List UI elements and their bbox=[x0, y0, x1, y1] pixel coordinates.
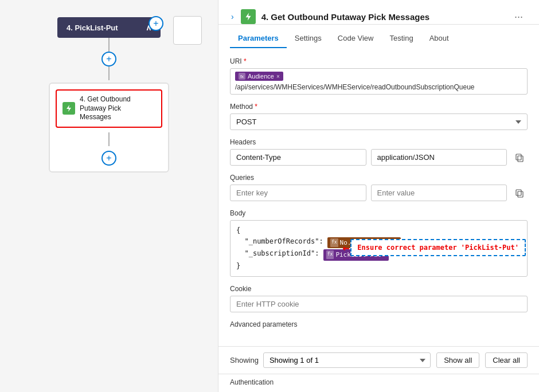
cookie-label: Cookie bbox=[230, 285, 528, 293]
auth-section: Authentication bbox=[218, 374, 539, 392]
queries-row bbox=[230, 185, 528, 201]
connector-line-3 bbox=[108, 132, 110, 146]
svg-marker-0 bbox=[67, 105, 71, 112]
clear-all-button[interactable]: Clear all bbox=[485, 352, 528, 368]
uri-field-group: URI * fx Audience × /api/services/WMHESe… bbox=[230, 57, 528, 95]
headers-row bbox=[230, 149, 528, 166]
action-label: 4. Get Outbound Putaway Pick Messages bbox=[80, 95, 131, 122]
audience-token[interactable]: fx Audience × bbox=[235, 72, 283, 81]
lightning-icon bbox=[65, 104, 73, 112]
body-open: { bbox=[236, 225, 521, 236]
queries-label: Queries bbox=[230, 174, 528, 182]
token-close[interactable]: × bbox=[276, 73, 280, 80]
connector-line-1 bbox=[108, 38, 110, 52]
token-icon: fx bbox=[239, 73, 245, 80]
add-action-right[interactable]: + bbox=[149, 16, 163, 31]
svg-rect-5 bbox=[516, 190, 521, 195]
arrow-icon: ← bbox=[342, 241, 349, 254]
method-field-group: Method * POST GET PUT DELETE PATCH bbox=[230, 103, 528, 130]
right-panel: › 4. Get Outbound Putaway Pick Messages … bbox=[218, 0, 539, 392]
headers-field-group: Headers bbox=[230, 138, 528, 166]
headers-copy-icon[interactable] bbox=[511, 150, 528, 166]
more-icon[interactable]: ··· bbox=[510, 11, 528, 23]
left-panel: 4. PickList-Put ∧ + 4. Get Outbound Puta… bbox=[0, 0, 218, 392]
method-select[interactable]: POST GET PUT DELETE PATCH bbox=[230, 113, 528, 130]
uri-input[interactable]: fx Audience × /api/services/WMHEServices… bbox=[230, 68, 528, 95]
showing-select-group: Showing Showing 1 of 1 bbox=[230, 352, 431, 368]
flow-container: 4. PickList-Put ∧ + 4. Get Outbound Puta… bbox=[0, 0, 218, 184]
cookie-field-group: Cookie bbox=[230, 285, 528, 312]
advanced-params-label: Advanced parameters bbox=[230, 320, 528, 328]
header-value-input[interactable] bbox=[371, 149, 507, 166]
method-label: Method * bbox=[230, 103, 528, 111]
showing-dropdown[interactable]: Showing 1 of 1 bbox=[263, 352, 431, 368]
showing-label: Showing bbox=[230, 356, 259, 364]
annotation-container: ← Ensure correct parameter 'PickList-Put… bbox=[342, 239, 526, 256]
group-box: 4. Get Outbound Putaway Pick Messages + bbox=[49, 83, 169, 173]
placeholder-block bbox=[173, 16, 202, 45]
add-action-bottom[interactable]: + bbox=[101, 151, 116, 166]
block-title: 4. PickList-Put bbox=[67, 23, 118, 32]
body-field-group: Body { "_numberOfRecords": fx No. Of Rec… bbox=[230, 209, 528, 277]
svg-marker-1 bbox=[245, 13, 251, 21]
uri-text: /api/services/WMHEServices/WMHEService/r… bbox=[235, 83, 475, 91]
uri-label: URI * bbox=[230, 57, 528, 65]
selected-action[interactable]: 4. Get Outbound Putaway Pick Messages bbox=[56, 89, 162, 128]
svg-rect-2 bbox=[518, 156, 523, 162]
tab-code-view[interactable]: Code View bbox=[330, 29, 382, 48]
header-key-input[interactable] bbox=[230, 149, 366, 166]
header-icon bbox=[241, 9, 256, 24]
header-lightning-icon bbox=[244, 12, 253, 21]
right-header: › 4. Get Outbound Putaway Pick Messages … bbox=[218, 0, 539, 25]
expand-button[interactable]: › bbox=[230, 11, 235, 22]
query-value-input[interactable] bbox=[371, 185, 507, 201]
body-close: } bbox=[236, 261, 521, 272]
parameters-content: URI * fx Audience × /api/services/WMHESe… bbox=[218, 48, 539, 346]
tab-about[interactable]: About bbox=[421, 29, 457, 48]
tabs-bar: Parameters Settings Code View Testing Ab… bbox=[218, 29, 539, 48]
tab-testing[interactable]: Testing bbox=[381, 29, 421, 48]
picklist-put-block[interactable]: 4. PickList-Put ∧ bbox=[57, 17, 161, 38]
tab-parameters[interactable]: Parameters bbox=[230, 29, 287, 48]
svg-rect-3 bbox=[516, 154, 521, 160]
headers-label: Headers bbox=[230, 138, 528, 146]
show-all-button[interactable]: Show all bbox=[436, 352, 479, 368]
queries-field-group: Queries bbox=[230, 174, 528, 201]
queries-copy-icon[interactable] bbox=[511, 185, 528, 201]
svg-rect-4 bbox=[518, 191, 523, 197]
body-relative: { "_numberOfRecords": fx No. Of Records … bbox=[230, 220, 528, 277]
cookie-input[interactable] bbox=[230, 296, 528, 312]
query-key-input[interactable] bbox=[230, 185, 366, 201]
action-icon-green bbox=[63, 102, 75, 115]
bottom-bar: Showing Showing 1 of 1 Show all Clear al… bbox=[218, 346, 539, 374]
body-editor[interactable]: { "_numberOfRecords": fx No. Of Records … bbox=[230, 220, 528, 277]
connector-line-2 bbox=[108, 66, 110, 80]
tab-settings[interactable]: Settings bbox=[287, 29, 330, 48]
body-label: Body bbox=[230, 209, 528, 217]
annotation-box: Ensure correct parameter 'PickList-Put' bbox=[350, 239, 526, 256]
add-action-top[interactable]: + bbox=[101, 52, 116, 66]
page-title: 4. Get Outbound Putaway Pick Messages bbox=[261, 12, 504, 22]
auth-label: Authentication bbox=[230, 376, 274, 386]
